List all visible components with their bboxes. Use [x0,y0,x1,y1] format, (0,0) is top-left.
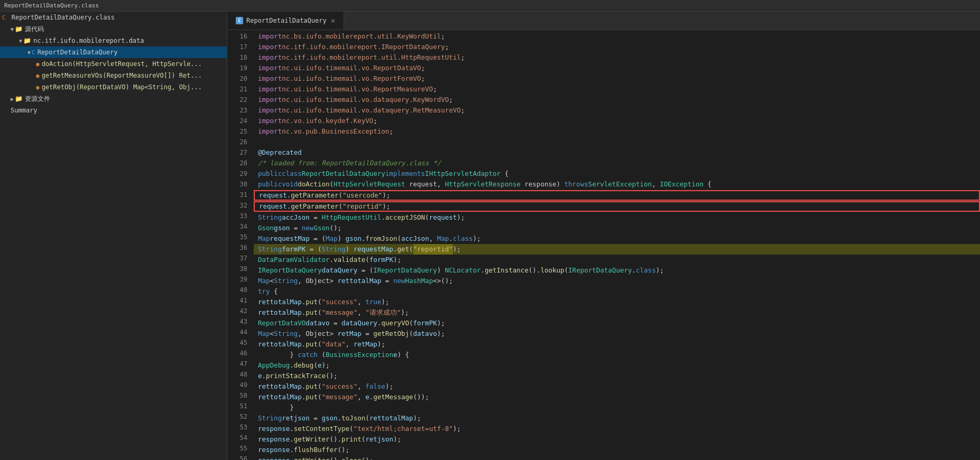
code-line: } [254,402,980,413]
line-number: 23 [227,105,247,116]
code-line: Gson gson = new Gson(); [254,223,980,233]
code-line: IReportDataQuery dataQuery = (IReportDat… [254,265,980,276]
code-line: rettotalMap.put("success", false); [254,381,980,392]
app-root: ReportDetailDataQuery.class C ReportDeta… [0,0,980,460]
code-line: import nc.itf.iufo.mobilereport.IReportD… [254,42,980,52]
sidebar-method2-label: getRetMeasureVOs(ReportMeasureVO[]) Ret.… [42,72,202,79]
sidebar-item-summary[interactable]: Summary [0,105,227,116]
code-line: rettotalMap.put("data", retMap); [254,339,980,350]
sidebar-item-method3[interactable]: ● getRetObj(ReportDataVO) Map<String, Ob… [0,81,227,93]
code-line: DataParamValidator.validate(formPK); [254,255,980,265]
code-line: rettotalMap.put("message", e.getMessage(… [254,392,980,402]
line-number: 36 [227,242,247,253]
code-line: import nc.ui.iufo.timemail.vo.dataquery.… [254,105,980,116]
title-bar: ReportDetailDataQuery.class [0,0,980,12]
code-line: response.getWriter().close(); [254,455,980,460]
code-line: String formPK = (String) requestMap.get(… [254,244,980,255]
sidebar-method3-label: getRetObj(ReportDataVO) Map<String, Obj.… [42,83,202,91]
code-line: String retjson = gson.toJson(rettotalMap… [254,413,980,424]
summary-label: Summary [11,107,38,114]
sidebar-source-label: 源代码 [25,25,44,34]
code-line: response.getWriter().print(retjson); [254,434,980,445]
line-numbers: 1617181920212223242526272829303132333435… [227,30,254,460]
tab-bar: C ReportDetailDataQuery × [227,12,980,30]
tab-label: ReportDetailDataQuery [246,17,327,24]
code-line: ReportDataVO datavo = dataQuery.queryVO(… [254,318,980,328]
line-number: 47 [227,359,247,369]
method-icon2: ● [36,72,40,79]
arrow-icon3: ▼ [27,50,31,55]
code-line: /* loaded from: ReportDetailDataQuery.cl… [254,158,980,168]
arrow-icon2: ▼ [19,38,22,44]
class-icon2: C [32,49,35,56]
sidebar-resources-label: 资源文件 [25,95,50,104]
sidebar-package-label: nc.itf.iufo.mobilereport.data [33,37,144,44]
line-number: 20 [227,73,247,84]
code-line: try { [254,286,980,297]
line-number: 28 [227,158,247,168]
line-number: 42 [227,306,247,316]
line-number: 24 [227,116,247,126]
code-line: response.flushBuffer(); [254,445,980,455]
code-line: import nc.ui.iufo.timemail.vo.ReportMeas… [254,84,980,95]
line-number: 21 [227,84,247,95]
line-number: 41 [227,295,247,306]
line-number: 17 [227,42,247,52]
line-number: 25 [227,126,247,137]
code-line: import nc.vo.iufo.keydef.KeyVO; [254,116,980,126]
line-number: 16 [227,31,247,42]
line-number: 50 [227,390,247,401]
method-icon3: ● [36,84,40,91]
sidebar-item-class[interactable]: ▼ C ReportDetailDataQuery [0,46,227,58]
sidebar-item-package[interactable]: ▼ 📁 nc.itf.iufo.mobilereport.data [0,35,227,46]
tab-report-detail[interactable]: C ReportDetailDataQuery × [227,12,344,30]
code-line: import nc.bs.iufo.mobilereport.util.KeyW… [254,31,980,42]
line-number: 48 [227,369,247,380]
line-number: 37 [227,253,247,264]
code-line: response.setContentType("text/html;chars… [254,424,980,434]
code-line: Map requestMap = (Map) gson.fromJson(acc… [254,233,980,244]
line-number: 53 [227,422,247,433]
code-line: } catch (BusinessException e) { [254,350,980,360]
line-number: 49 [227,380,247,390]
code-line: import nc.ui.iufo.timemail.vo.ReportData… [254,63,980,73]
title-text: ReportDetailDataQuery.class [4,2,99,9]
code-line: public class ReportDetailDataQuery imple… [254,168,980,179]
code-line: Map<String, Object> rettotalMap = new Ha… [254,276,980,286]
line-number: 18 [227,52,247,63]
code-line: @Deprecated [254,147,980,158]
line-number: 43 [227,316,247,327]
code-line: String accJson = HttpRequestUtil.acceptJ… [254,212,980,223]
arrow-icon4: ▶ [11,96,14,102]
folder-icon: 📁 [15,25,23,33]
main-layout: C ReportDetailDataQuery.class ▼ 📁 源代码 ▼ … [0,12,980,460]
tab-close-button[interactable]: × [331,16,335,25]
line-number: 54 [227,433,247,443]
line-number: 56 [227,454,247,460]
line-number: 51 [227,401,247,411]
code-line: import nc.ui.iufo.timemail.vo.dataquery.… [254,95,980,105]
line-number: 30 [227,179,247,190]
code-line: import nc.vo.pub.BusinessException; [254,126,980,137]
sidebar-item-resources[interactable]: ▶ 📁 资源文件 [0,93,227,105]
code-content: 1617181920212223242526272829303132333435… [227,30,980,460]
code-editor: C ReportDetailDataQuery × 16171819202122… [227,12,980,460]
line-number: 44 [227,327,247,337]
line-number: 45 [227,337,247,348]
line-number: 27 [227,147,247,158]
line-number: 29 [227,168,247,179]
sidebar-item-source[interactable]: ▼ 📁 源代码 [0,23,227,35]
sidebar[interactable]: C ReportDetailDataQuery.class ▼ 📁 源代码 ▼ … [0,12,227,460]
line-number: 40 [227,285,247,295]
line-number: 32 [227,200,247,211]
sidebar-method1-label: doAction(HttpServletRequest, HttpServle.… [42,60,202,68]
code-lines: import nc.bs.iufo.mobilereport.util.KeyW… [254,30,980,460]
sidebar-item-method1[interactable]: ● doAction(HttpServletRequest, HttpServl… [0,58,227,70]
line-number: 33 [227,211,247,221]
code-line: rettotalMap.put("message", "请求成功"); [254,307,980,318]
sidebar-item-root-file[interactable]: C ReportDetailDataQuery.class [0,12,227,23]
line-number: 31 [227,190,247,200]
line-number: 35 [227,232,247,242]
sidebar-item-label: ReportDetailDataQuery.class [12,14,115,21]
sidebar-item-method2[interactable]: ● getRetMeasureVOs(ReportMeasureVO[]) Re… [0,70,227,81]
